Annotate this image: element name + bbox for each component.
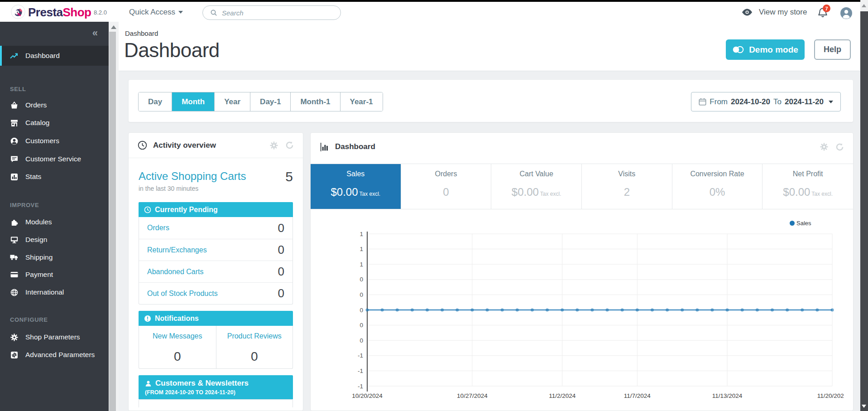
page-header: Dashboard Dashboard Demo mode Help xyxy=(119,22,860,71)
sidebar-item-customer-service[interactable]: Customer Service xyxy=(0,151,109,167)
sidebar-item-shop-parameters[interactable]: Shop Parameters xyxy=(0,329,109,345)
sidebar-item-customers[interactable]: Customers xyxy=(0,133,109,149)
sidebar-item-design[interactable]: Design xyxy=(0,232,109,248)
new-messages-cell[interactable]: New Messages0 xyxy=(139,326,216,368)
sidebar-item-label: Stats xyxy=(25,173,41,181)
sidebar-item-shipping[interactable]: Shipping xyxy=(0,249,109,266)
sidebar-item-label: Shop Parameters xyxy=(25,333,80,341)
svg-text:1: 1 xyxy=(360,246,363,252)
gear-icon[interactable] xyxy=(820,143,828,151)
svg-text:10/27/2024: 10/27/2024 xyxy=(457,392,488,399)
quick-access-menu[interactable]: Quick Access xyxy=(129,8,183,17)
sidebar-item-advanced-parameters[interactable]: Advanced Parameters xyxy=(0,347,109,363)
list-item-returns[interactable]: Return/Exchanges0 xyxy=(139,239,293,261)
sidebar-item-label: Catalog xyxy=(25,119,49,127)
list-item-abandoned-carts[interactable]: Abandoned Carts0 xyxy=(139,261,293,282)
range-month-button[interactable]: Month xyxy=(172,92,214,111)
search-input[interactable]: Search xyxy=(202,5,341,20)
toggle-icon xyxy=(732,46,744,53)
svg-text:0: 0 xyxy=(360,276,363,283)
tab-net-profit[interactable]: Net Profit $0.00Tax excl. xyxy=(762,164,853,209)
sidebar-item-international[interactable]: International xyxy=(0,284,109,300)
scroll-up-arrow[interactable] xyxy=(111,25,116,29)
sidebar-item-label: Shipping xyxy=(25,253,53,261)
panel-title: Dashboard xyxy=(335,142,813,151)
chat-bubble-icon xyxy=(10,155,18,163)
refresh-icon[interactable] xyxy=(285,141,294,150)
bar-chart-icon xyxy=(10,173,18,181)
svg-text:0: 0 xyxy=(360,322,363,329)
clock-icon xyxy=(138,140,147,150)
svg-text:0: 0 xyxy=(360,307,363,314)
list-item-out-of-stock[interactable]: Out of Stock Products0 xyxy=(139,282,293,304)
sidebar-section-sell: SELL xyxy=(10,86,26,92)
sidebar-section-configure: CONFIGURE xyxy=(10,316,48,323)
prestashop-logo[interactable]: PrestaShop xyxy=(28,5,91,19)
scroll-up-arrow[interactable] xyxy=(862,4,866,7)
sidebar-item-stats[interactable]: Stats xyxy=(0,169,109,185)
svg-text:0: 0 xyxy=(360,337,363,344)
scrollbar-thumb[interactable] xyxy=(109,32,116,411)
active-shopping-carts-value: 5 xyxy=(285,170,293,184)
notification-badge: 7 xyxy=(823,5,830,12)
chevron-down-icon xyxy=(178,11,183,14)
basket-icon xyxy=(10,101,18,109)
range-day-1-button[interactable]: Day-1 xyxy=(250,92,290,111)
tab-visits[interactable]: Visits 2 xyxy=(582,164,672,209)
tab-conversion-rate[interactable]: Conversion Rate 0% xyxy=(672,164,763,209)
date-to-label: To xyxy=(773,97,782,106)
sidebar-item-orders[interactable]: Orders xyxy=(0,97,109,113)
svg-text:-1: -1 xyxy=(358,352,363,359)
notifications-header: Notifications xyxy=(139,311,293,326)
gear-icon[interactable] xyxy=(270,141,278,150)
sidebar-item-label: Customers xyxy=(25,137,59,145)
tab-orders[interactable]: Orders 0 xyxy=(401,164,492,209)
svg-text:11/13/2024: 11/13/2024 xyxy=(712,392,743,399)
credit-card-icon xyxy=(10,271,18,279)
sidebar-item-payment[interactable]: Payment xyxy=(0,266,109,283)
tab-cart-value[interactable]: Cart Value $0.00Tax excl. xyxy=(491,164,582,209)
demo-mode-button[interactable]: Demo mode xyxy=(726,39,805,60)
store-icon xyxy=(10,119,18,127)
sidebar-scrollbar[interactable] xyxy=(109,22,119,411)
sidebar-item-label: Design xyxy=(25,236,47,244)
page-scrollbar[interactable] xyxy=(860,0,868,411)
calendar-icon xyxy=(699,98,706,106)
notifications-box: New Messages0 Product Reviews0 xyxy=(139,326,293,369)
sidebar-item-modules[interactable]: Modules xyxy=(0,214,109,230)
view-my-store-link[interactable]: View my store xyxy=(741,8,807,17)
range-year-button[interactable]: Year xyxy=(214,92,250,111)
sidebar-item-dashboard[interactable]: Dashboard xyxy=(0,46,109,66)
list-item-orders[interactable]: Orders0 xyxy=(139,217,293,239)
help-button[interactable]: Help xyxy=(814,39,851,60)
sidebar: « Dashboard SELL Orders Catalog Customer… xyxy=(0,22,109,411)
search-placeholder: Search xyxy=(222,9,244,17)
user-avatar[interactable] xyxy=(840,7,852,19)
refresh-icon[interactable] xyxy=(835,143,844,151)
date-from-value: 2024-10-20 xyxy=(731,97,770,106)
sidebar-item-label: Payment xyxy=(25,271,53,279)
clock-icon xyxy=(144,206,151,213)
globe-icon xyxy=(10,288,18,296)
svg-text:1: 1 xyxy=(360,261,363,268)
range-day-button[interactable]: Day xyxy=(139,92,172,111)
scroll-down-arrow[interactable] xyxy=(862,405,866,408)
sidebar-collapse-button[interactable]: « xyxy=(92,27,98,39)
activity-overview-panel: Activity overview Active Shopping Carts … xyxy=(128,132,303,411)
range-month-1-button[interactable]: Month-1 xyxy=(290,92,340,111)
sidebar-item-catalog[interactable]: Catalog xyxy=(0,115,109,131)
top-header: PrestaShop 8.2.0 Quick Access Search Vie… xyxy=(0,2,868,22)
range-button-group: Day Month Year Day-1 Month-1 Year-1 xyxy=(138,92,383,111)
breadcrumb[interactable]: Dashboard xyxy=(125,29,158,37)
date-range-selector[interactable]: From 2024-10-20 To 2024-11-20 xyxy=(691,92,841,111)
customers-box xyxy=(139,399,293,407)
tab-sales[interactable]: Sales $0.00Tax excl. xyxy=(311,164,401,209)
settings-box-icon xyxy=(10,351,18,359)
notifications-bell[interactable]: 7 xyxy=(817,6,831,20)
svg-text:11/2/2024: 11/2/2024 xyxy=(549,392,576,399)
range-year-1-button[interactable]: Year-1 xyxy=(340,92,383,111)
product-reviews-cell[interactable]: Product Reviews0 xyxy=(216,326,293,368)
active-shopping-carts-link[interactable]: Active Shopping Carts xyxy=(139,170,246,183)
monitor-icon xyxy=(10,236,18,244)
scrollbar-thumb[interactable] xyxy=(860,11,868,411)
